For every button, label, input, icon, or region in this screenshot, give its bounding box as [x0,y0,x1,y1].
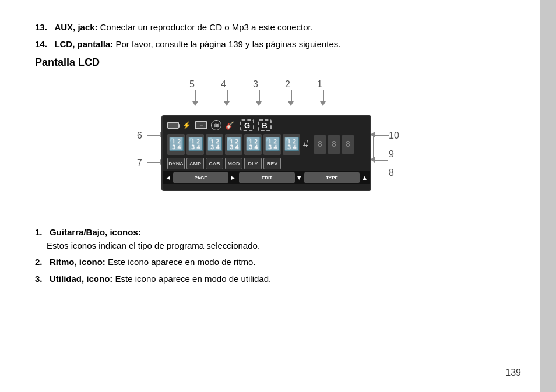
seg-char-1: 🔢 [167,134,185,155]
seg-char-7: 🔢 [283,134,300,155]
list-item-3-label: Utilidad, icono: [50,274,112,284]
item-13-number: 13. [35,22,47,32]
diagram-num-8: 8 [389,168,394,178]
arrow-line-7 [147,162,161,163]
g-icon: G [240,119,254,131]
list-item-3-text: Este icono aparece en modo de utilidad. [115,274,272,284]
seg-char-3: 🔢 [206,134,223,155]
list-item-2-number: 2. [35,257,43,267]
section-title: Pantalla LCD [35,56,521,69]
arrow-head-4 [224,101,230,106]
seg-small-3: 8 [342,135,354,154]
effect-amp: AMP [186,158,204,169]
lcd-box: ⚡ ↔ ≋ 🎸 G B 🔢 [161,115,371,191]
arrow-line-10 [374,135,389,136]
tuner-icon: ≋ [211,120,221,130]
seg-small-1: 8 [314,135,326,154]
item-13-label: AUX, jack: [54,22,97,32]
seg-char-2: 🔢 [186,134,204,155]
midi-icon: ↔ [195,121,207,129]
list-item-2-label: Ritmo, icono: [50,257,105,267]
guitar-icon: 🎸 [225,121,234,130]
arrow-head-1 [320,101,326,106]
b-icon: B [258,119,272,131]
list-item-3: 3. Utilidad, icono: Este icono aparece e… [35,273,521,286]
diagram-num-2: 2 [285,79,290,90]
bottom-left-arrow: ◄ [165,174,171,181]
page-number: 139 [505,368,521,378]
item-13-text: Conectar un reproductor de CD o Mp3 a es… [100,22,313,32]
item-14-number: 14. [35,39,47,49]
item-14: 14. LCD, pantalla: Por favor, consulte l… [35,38,521,51]
page-button[interactable]: PAGE [173,172,228,183]
page-content: 13. AUX, jack: Conectar un reproductor d… [0,0,556,306]
diagram-num-1: 1 [317,79,322,90]
effect-cab: CAB [206,158,223,169]
edit-button[interactable]: EDIT [239,172,294,183]
arrow-head-5 [192,101,198,106]
usb-icon: ⚡ [182,121,191,129]
lcd-diagram-container: 5 4 3 2 1 6 7 [132,79,424,213]
arrow-head-2 [288,101,294,106]
list-item-1-text: Estos iconos indican el tipo de programa… [35,239,260,253]
arrow-head-3 [256,101,262,106]
list-item-1-number: 1. [35,227,43,237]
type-button[interactable]: TYPE [304,172,360,183]
diagram-num-7: 7 [137,158,142,168]
arrow-line-8 [373,160,388,161]
list-item-1-label: Guitarra/Bajo, iconos: [50,227,141,237]
lcd-bottom-bar: ◄ PAGE ► EDIT ▼ TYPE ▲ [163,171,370,184]
numbered-list: 1. Guitarra/Bajo, iconos: Estos iconos i… [35,226,521,285]
item-14-label: LCD, pantalla: [54,39,113,49]
seg-small-2: 8 [328,135,340,154]
effect-dly: DLY [244,158,262,169]
lcd-top-row: ⚡ ↔ ≋ 🎸 G B [163,116,370,133]
seg-char-5: 🔢 [244,134,262,155]
diagram-num-10: 10 [389,130,399,141]
bottom-up-arrow: ▲ [361,174,368,181]
diagram-num-3: 3 [253,79,258,90]
lcd-diagram: 5 4 3 2 1 6 7 [132,79,424,213]
diagram-num-6: 6 [137,130,142,141]
seg-char-6: 🔢 [263,134,281,155]
list-item-3-number: 3. [35,274,43,284]
list-item-2: 2. Ritmo, icono: Este icono aparece en m… [35,256,521,269]
arrow-line-2 [291,90,292,103]
arrow-line-1 [323,90,324,103]
seg-small-group: 8 8 8 [314,135,354,154]
arrow-line-6 [147,135,161,136]
list-item-1: 1. Guitarra/Bajo, iconos: Estos iconos i… [35,226,521,252]
battery-icon [167,122,179,129]
effect-dyna: DYNA [167,158,185,169]
lcd-seg-row: 🔢 🔢 🔢 🔢 🔢 🔢 🔢 # 8 8 8 [163,133,370,156]
effect-mod: MOD [225,158,242,169]
bottom-down-arrow: ▼ [296,174,302,181]
seg-char-4: 🔢 [225,134,242,155]
diagram-num-9: 9 [389,149,394,160]
arrow-line-4 [227,90,228,103]
item-13: 13. AUX, jack: Conectar un reproductor d… [35,21,521,34]
lcd-effect-row: DYNA AMP CAB MOD DLY REV [163,156,370,171]
list-item-2-text: Este icono aparece en modo de ritmo. [108,257,255,267]
arrow-line-5 [195,90,196,103]
item-14-text: Por favor, consulte la página 139 y las … [115,39,340,49]
diagram-num-4: 4 [221,79,226,90]
bottom-right-arrow-page: ► [230,174,236,181]
effect-rev: REV [263,158,281,169]
arrow-line-3 [259,90,260,103]
diagram-num-5: 5 [189,79,195,90]
hash-symbol: # [303,139,308,150]
